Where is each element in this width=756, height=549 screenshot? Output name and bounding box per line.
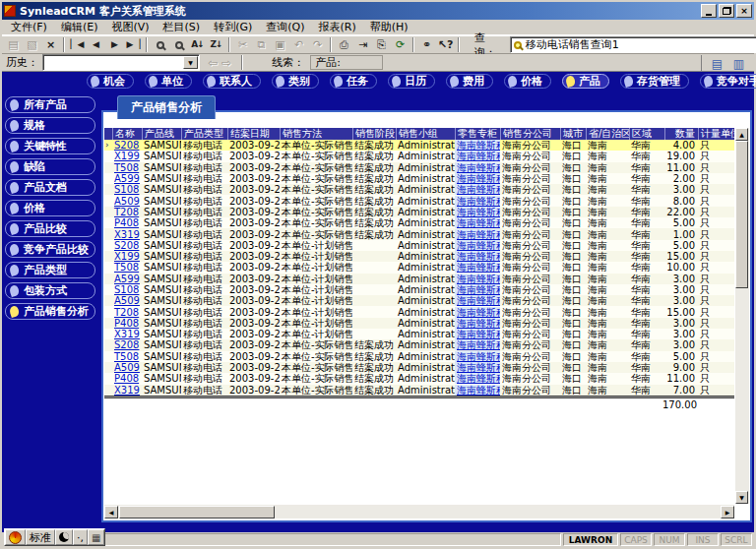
column-header[interactable]: 销售分公司 [500,128,560,140]
table-row[interactable]: A509 SAMSUNG 移动电话 2003-09-24 本单位-实际销售 结案… [104,362,734,373]
retail-counter-link[interactable]: 海南蜂斯科 [455,229,500,240]
retail-counter-link[interactable]: 海南蜂斯科 [455,295,500,306]
module-tab[interactable]: 存货管理 [620,74,689,89]
module-tab[interactable]: 任务 [330,74,377,89]
product-name-link[interactable]: X319 [112,329,142,339]
product-name-link[interactable]: S208 [112,339,142,350]
menu-item[interactable]: 转到(G) [207,19,259,35]
layout-view-button[interactable]: ▥ [729,55,748,72]
context-help-button[interactable]: ↖? [436,36,455,53]
menu-item[interactable]: 视图(V) [104,19,156,35]
ime-softkeyboard-button[interactable]: ▦ [88,529,104,545]
product-name-link[interactable]: A599 [112,274,142,284]
ime-logo-cell[interactable] [5,529,26,545]
column-header[interactable]: 城市 [560,128,586,140]
horizontal-scrollbar[interactable]: ◀ ▶ [104,505,734,518]
sidebar-item[interactable]: 规格 [5,117,95,134]
retail-counter-link[interactable]: 海南蜂斯科 [455,207,500,217]
sidebar-item[interactable]: 产品销售分析 [5,303,95,320]
table-row[interactable]: A599 SAMSUNG 移动电话 2003-09-23 本单位-实际销售 结案… [104,173,734,184]
redo-button[interactable]: ↷ [308,36,327,53]
sidebar-item[interactable]: 关键特性 [5,138,95,154]
ime-mode-button[interactable]: 标准 [26,529,55,545]
retail-counter-link[interactable]: 海南蜂斯科 [455,318,500,329]
table-row[interactable]: T208 SAMSUNG 移动电话 2003-09-23 本单位-计划销售 Ad… [104,306,734,317]
product-name-link[interactable]: A509 [112,196,142,207]
sidebar-item[interactable]: 所有产品 [5,96,95,113]
menu-item[interactable]: 查询(Q) [259,19,311,35]
table-row[interactable]: A599 SAMSUNG 移动电话 2003-09-23 本单位-计划销售 Ad… [104,274,734,284]
product-name-link[interactable]: X319 [112,229,142,240]
nav-first-button[interactable]: ▏◀ [68,36,87,53]
table-row[interactable]: S108 SAMSUNG 移动电话 2003-09-23 本单位-计划销售 Ad… [104,284,734,295]
copy-button[interactable]: ⧉ [252,36,271,53]
search-button[interactable] [151,36,169,53]
retail-counter-link[interactable]: 海南蜂斯科 [455,240,500,251]
vertical-scrollbar[interactable]: ▲ ▼ [735,128,749,504]
table-row[interactable]: S208 SAMSUNG 移动电话 2003-09-24 本单位-实际销售 结案… [104,339,734,350]
column-header[interactable]: 省/自治区 [586,128,629,140]
export-button[interactable]: ⇥ [353,36,372,53]
menu-item[interactable]: 编辑(E) [54,19,105,35]
column-header[interactable]: 计量单位 [698,128,734,140]
nav-last-button[interactable]: ▶▕ [124,36,143,53]
module-tab[interactable]: 机会 [87,74,134,89]
table-row[interactable]: X319 SAMSUNG 移动电话 2003-09-23 本单位-计划销售 Ad… [104,329,734,339]
print-button[interactable]: ⎙ [335,36,353,53]
find-button[interactable]: ⚭ [417,36,436,53]
retail-counter-link[interactable]: 海南蜂斯科 [455,184,500,195]
menu-item[interactable]: 文件(F) [4,19,54,35]
module-tab[interactable]: 费用 [446,74,493,89]
minimize-button[interactable] [701,4,717,18]
restore-button[interactable] [719,4,734,18]
product-name-link[interactable]: S108 [112,184,142,195]
nav-next-button[interactable]: ▶ [105,36,124,53]
column-header[interactable]: 结案日期 [227,128,280,140]
print-preview-button[interactable]: ⎘ [372,36,391,53]
retail-counter-link[interactable]: 海南蜂斯科 [455,385,500,396]
search-preview-button[interactable] [169,36,188,53]
retail-counter-link[interactable]: 海南蜂斯科 [455,339,500,350]
product-name-link[interactable]: T208 [112,307,142,318]
product-name-link[interactable]: X319 [112,385,142,396]
module-tab[interactable]: 竞争对手 [700,74,756,89]
refresh-button[interactable]: ⟳ [391,36,410,53]
table-row[interactable]: T508 SAMSUNG 移动电话 2003-09-23 本单位-实际销售 结案… [104,162,734,173]
sidebar-item[interactable]: 缺陷 [5,158,95,175]
table-row[interactable]: P408 SAMSUNG 移动电话 2003-09-23 本单位-实际销售 结案… [104,217,734,228]
ime-punctuation-button[interactable]: ·, [73,529,88,545]
edit-record-button[interactable]: ▧ [23,36,41,53]
table-row[interactable]: › S208 SAMSUNG 移动电话 2003-09-23 本单位-实际销售 … [104,140,734,151]
module-tab[interactable]: 单位 [145,74,192,89]
column-header[interactable]: 产品线 [142,128,181,140]
new-record-button[interactable]: ▤ [4,36,23,53]
table-row[interactable]: S108 SAMSUNG 移动电话 2003-09-23 本单位-实际销售 结案… [104,184,734,195]
product-name-link[interactable]: T508 [112,162,142,173]
module-tab[interactable]: 联系人 [203,74,261,89]
product-name-link[interactable]: P408 [112,373,142,384]
table-row[interactable]: T208 SAMSUNG 移动电话 2003-09-23 本单位-实际销售 结案… [104,207,734,217]
menu-item[interactable]: 报表(R) [312,19,363,35]
column-header[interactable]: 销售小组 [396,128,455,140]
menu-item[interactable]: 栏目(S) [157,19,208,35]
retail-counter-link[interactable]: 海南蜂斯科 [455,274,500,284]
retail-counter-link[interactable]: 海南蜂斯科 [455,362,500,373]
table-row[interactable]: A509 SAMSUNG 移动电话 2003-09-23 本单位-实际销售 结案… [104,195,734,206]
sidebar-item[interactable]: 包装方式 [5,282,95,299]
product-name-link[interactable]: T508 [112,351,142,362]
sidebar-item[interactable]: 竞争产品比较 [5,241,95,258]
cut-button[interactable]: ✂ [233,36,252,53]
query-combobox[interactable]: 移动电话销售查询1 ▼ [510,36,756,53]
retail-counter-link[interactable]: 海南蜂斯科 [455,251,500,262]
column-header[interactable]: 零售专柜 [455,128,500,140]
column-header[interactable]: 产品类型 [181,128,227,140]
product-name-link[interactable]: P408 [112,217,142,228]
product-name-link[interactable]: S208 [112,140,142,151]
undo-button[interactable]: ↶ [289,36,308,53]
sidebar-item[interactable]: 产品比较 [5,220,95,237]
retail-counter-link[interactable]: 海南蜂斯科 [455,284,500,295]
product-name-link[interactable]: S108 [112,284,142,295]
history-combobox[interactable]: ▼ [42,54,200,71]
vertical-scroll-thumb[interactable] [735,141,748,288]
product-name-link[interactable]: P408 [112,318,142,329]
